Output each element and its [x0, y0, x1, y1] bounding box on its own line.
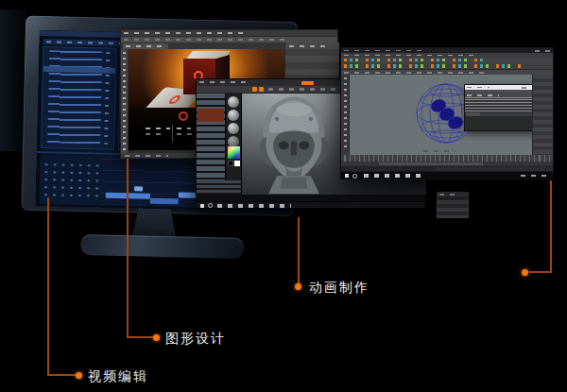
caption-divider	[172, 125, 173, 142]
orange-button[interactable]	[301, 81, 314, 85]
shelf-icons[interactable]	[344, 64, 524, 68]
artwork-caption	[177, 128, 191, 129]
callout-line	[127, 336, 153, 338]
callout-line	[550, 180, 552, 272]
monitor-stand-base	[80, 234, 243, 259]
brush-preview-sphere[interactable]	[228, 110, 239, 121]
callout-line	[127, 159, 129, 338]
artwork-caption	[146, 133, 166, 135]
color-picker[interactable]	[228, 146, 240, 159]
viewport	[350, 75, 532, 155]
texture-thumbnails	[198, 109, 224, 122]
mini-panel-header	[439, 194, 460, 196]
options-controls	[124, 39, 284, 41]
toolbar-icons	[467, 94, 499, 96]
toolbar-icons	[268, 88, 344, 91]
artwork-caption	[146, 128, 170, 129]
menu-bar	[121, 30, 337, 37]
swatch-black[interactable]	[228, 161, 233, 166]
orange-toggle[interactable]	[252, 87, 257, 92]
callout-label: 动画制作	[309, 280, 369, 297]
tab-title	[126, 45, 162, 47]
tool-column	[341, 75, 350, 155]
os-taskbar	[197, 201, 424, 208]
search-icon[interactable]	[208, 203, 213, 208]
tool-palette	[197, 94, 225, 180]
taskbar-app-icons[interactable]	[364, 174, 424, 178]
brush-preview-sphere[interactable]	[228, 123, 239, 134]
callout-dot	[295, 283, 301, 290]
status-text	[125, 155, 168, 157]
menu-items	[344, 55, 476, 57]
header-text	[46, 41, 131, 44]
window-controls[interactable]	[535, 50, 550, 52]
tool-icons	[344, 77, 347, 149]
time-slider[interactable]	[341, 155, 553, 162]
document-bottom-bar	[197, 195, 424, 201]
window-controls[interactable]	[522, 87, 532, 89]
modeling-app-window[interactable]	[340, 47, 554, 179]
subtool-list	[197, 180, 241, 195]
orange-toggle[interactable]	[259, 87, 264, 92]
range-bar[interactable]	[379, 162, 483, 165]
callout-line	[529, 271, 552, 273]
timeline-clip[interactable]	[134, 186, 143, 191]
promo-scene: 视频编辑 图形设计 动画制作 3D 建模	[0, 0, 567, 392]
callout-line	[47, 374, 76, 376]
swatch-white[interactable]	[234, 161, 240, 166]
shelf-toolbar	[341, 62, 553, 70]
titlebar-text	[467, 87, 490, 89]
toolbox	[121, 49, 129, 158]
brush-column	[225, 94, 241, 180]
titlebar-text	[344, 50, 423, 52]
callout-line	[47, 197, 49, 376]
callout-dot	[522, 269, 528, 276]
titlebar-text	[199, 81, 249, 83]
logo-ring	[167, 95, 183, 105]
start-icon[interactable]	[200, 204, 204, 208]
artwork-caption	[177, 133, 194, 135]
clip-list-rows	[47, 50, 102, 144]
callout-dot	[153, 334, 160, 341]
panel-headers	[289, 45, 327, 47]
project-bin-panel	[41, 46, 116, 150]
system-tray	[521, 175, 549, 177]
callout-line	[298, 217, 300, 284]
status-icons	[344, 59, 486, 61]
toolbar-icons	[344, 72, 486, 74]
callout-dot	[76, 372, 82, 379]
clip-list-checkboxes	[104, 52, 110, 145]
callout-label: 图形设计	[165, 331, 226, 348]
search-icon[interactable]	[352, 174, 357, 179]
start-icon[interactable]	[345, 174, 349, 178]
channel-box	[532, 75, 553, 155]
track-control-grid	[42, 161, 101, 201]
menu-items	[124, 32, 247, 34]
sculpted-head-model	[246, 94, 342, 196]
timeline-clip[interactable]	[150, 198, 179, 205]
logo-ring	[179, 111, 188, 121]
script-editor-window[interactable]	[464, 84, 532, 131]
script-output	[465, 97, 532, 112]
floating-mini-panel	[437, 192, 469, 218]
script-input-area[interactable]	[465, 116, 532, 130]
viewport-camera-label	[423, 150, 455, 152]
brush-preview-sphere[interactable]	[228, 96, 239, 108]
callout-label: 视频编辑	[88, 368, 148, 385]
os-taskbar	[341, 171, 553, 179]
tool-icons	[123, 52, 126, 152]
taskbar-app-icons[interactable]	[217, 204, 291, 208]
